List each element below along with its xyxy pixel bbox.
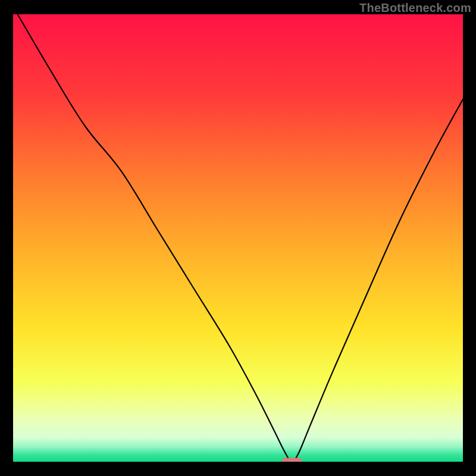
watermark-text: TheBottleneck.com [359,1,471,15]
bottleneck-chart [0,0,476,476]
svg-rect-3 [463,0,476,476]
plot-background [13,14,463,462]
svg-rect-2 [0,0,13,476]
chart-frame: TheBottleneck.com [0,0,476,476]
svg-rect-1 [0,462,476,476]
